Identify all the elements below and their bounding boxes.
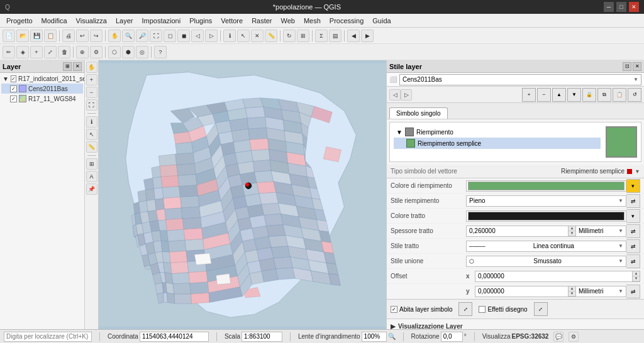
edit-btn[interactable]: ✏ <box>3 46 15 58</box>
offset-unit[interactable]: Millimetri ▼ <box>576 286 626 297</box>
vtb-zoom-in[interactable]: + <box>86 74 97 85</box>
layer-combo-box[interactable]: Cens2011Bas ▼ <box>399 74 641 85</box>
sym-add-btn[interactable]: + <box>522 88 536 102</box>
sym-down-btn[interactable]: ▼ <box>567 88 581 102</box>
snap-btn[interactable]: ⊕ <box>76 46 89 58</box>
style-ctrl-float[interactable]: ⊡ <box>623 62 631 71</box>
spin-up[interactable]: ▲ <box>569 226 575 231</box>
close-button[interactable]: ✕ <box>629 2 639 12</box>
join-style-addon[interactable]: ⇌ <box>626 254 640 268</box>
locator-input[interactable] <box>4 332 92 342</box>
viz-header[interactable]: ▶ Visualizzazione Layer <box>391 322 640 329</box>
stroke-width-addon[interactable]: ⇌ <box>626 224 640 238</box>
layer-ctrl-1[interactable]: ⊞ <box>63 62 72 71</box>
offset-y-spin[interactable]: ▲ ▼ <box>569 286 576 297</box>
vtb-select[interactable]: ↖ <box>86 129 97 140</box>
menu-modifica[interactable]: Modifica <box>38 16 71 26</box>
menu-plugins[interactable]: Plugins <box>186 16 216 26</box>
stroke-color-value[interactable] <box>466 210 626 222</box>
menu-raster[interactable]: Raster <box>248 16 275 26</box>
plugin2-btn[interactable]: ⬢ <box>122 46 135 58</box>
coordinate-input[interactable] <box>140 332 209 342</box>
offset-x-spin-up[interactable]: ▲ <box>633 271 640 276</box>
style-forward-btn[interactable]: ▷ <box>401 89 412 101</box>
stroke-color-picker-btn[interactable]: ▾ <box>626 209 640 223</box>
menu-mesh[interactable]: Mesh <box>300 16 325 26</box>
attr-table-btn[interactable]: ▤ <box>329 30 341 42</box>
tab-simbolo-singolo[interactable]: Simbolo singolo <box>389 107 448 119</box>
rotation-input[interactable] <box>441 332 463 342</box>
identify-btn[interactable]: ℹ <box>223 30 236 42</box>
check-abita-layer[interactable]: ✓ Abita layer simbolo <box>391 306 452 313</box>
layer-group-item[interactable]: ▼ ✓ R17_indicatori_2011_sezi <box>1 74 83 84</box>
redo-btn[interactable]: ↪ <box>90 30 103 42</box>
arrow-right-btn[interactable]: ▶ <box>361 30 374 42</box>
menu-visualizza[interactable]: Visualizza <box>72 16 111 26</box>
zoom-full-btn[interactable]: ⛶ <box>150 30 162 42</box>
check-abita-box[interactable]: ✓ <box>391 306 397 313</box>
symbol-tree-root[interactable]: ▼ Riempimento <box>394 126 601 138</box>
new-btn[interactable]: 📄 <box>3 30 15 42</box>
layer-item-r17[interactable]: ✓ R17_11_WGS84 <box>1 94 83 104</box>
node-btn[interactable]: ◈ <box>16 46 29 58</box>
offset-y-spin-down[interactable]: ▼ <box>569 291 575 297</box>
check-effetti[interactable]: ✓ Effetti disegno <box>479 306 527 313</box>
offset-x-input[interactable]: 0,000000 <box>475 271 633 282</box>
menu-processing[interactable]: Processing <box>326 16 367 26</box>
save-as-btn[interactable]: 📋 <box>44 30 57 42</box>
menu-web[interactable]: Web <box>277 16 299 26</box>
vtb-measure[interactable]: 📏 <box>86 141 97 153</box>
fill-style-addon[interactable]: ⇌ <box>626 194 640 208</box>
zoom-sel-btn[interactable]: ◼ <box>177 30 190 42</box>
fill-color-value[interactable] <box>466 180 626 192</box>
sym-lock-btn[interactable]: 🔒 <box>582 88 596 102</box>
vtb-layers[interactable]: ⊞ <box>86 158 97 170</box>
layer-ctrl-2[interactable]: ✕ <box>73 62 82 71</box>
sym-copy-btn[interactable]: ⧉ <box>597 88 611 102</box>
menu-guida[interactable]: Guida <box>369 16 394 26</box>
dig-btn[interactable]: ⚙ <box>90 46 103 58</box>
next-extent-btn[interactable]: ▷ <box>205 30 218 42</box>
pan-btn[interactable]: ✋ <box>108 30 121 42</box>
style-ctrl-close[interactable]: ✕ <box>633 62 641 71</box>
minimize-button[interactable]: ─ <box>604 2 614 12</box>
tile-btn[interactable]: ⊞ <box>297 30 309 42</box>
sym-paste-btn[interactable]: 📋 <box>613 88 626 102</box>
offset-x-spin-down[interactable]: ▼ <box>633 276 640 281</box>
map-canvas[interactable]: ✋ + − ⛶ ℹ ↖ 📏 ⊞ A 📌 <box>85 60 386 329</box>
check-abita-btn[interactable]: ⤢ <box>458 302 472 316</box>
sym-del-btn[interactable]: − <box>537 88 551 102</box>
scale-input[interactable] <box>242 332 282 342</box>
undo-btn[interactable]: ↩ <box>76 30 89 42</box>
fill-color-picker-btn[interactable]: ▾ <box>626 179 640 193</box>
menu-vettore[interactable]: Vettore <box>217 16 247 26</box>
zoom-input[interactable] <box>362 332 387 342</box>
stroke-color-swatch[interactable] <box>468 212 625 220</box>
deselect-btn[interactable]: ✕ <box>251 30 264 42</box>
vtb-pan[interactable]: ✋ <box>86 62 97 73</box>
delete-btn[interactable]: 🗑 <box>58 46 70 58</box>
check-effetti-btn[interactable]: ⤢ <box>534 302 548 316</box>
layer-checkbox-cens2011[interactable]: ✓ <box>10 85 17 92</box>
zoom-layer-btn[interactable]: ◻ <box>164 30 176 42</box>
layer-checkbox-r17[interactable]: ✓ <box>10 95 17 102</box>
map-tips-btn[interactable]: 💬 <box>553 332 564 342</box>
save-btn[interactable]: 💾 <box>30 30 43 42</box>
menu-progetto[interactable]: Progetto <box>3 16 36 26</box>
vtb-zoom-full[interactable]: ⛶ <box>86 99 97 111</box>
stroke-width-unit[interactable]: Millimetri ▼ <box>576 226 626 237</box>
fill-color-swatch[interactable] <box>468 182 625 190</box>
spin-down[interactable]: ▼ <box>569 231 575 236</box>
help-btn[interactable]: ? <box>154 46 167 58</box>
sym-reset-btn[interactable]: ↺ <box>628 88 641 102</box>
stroke-width-input[interactable]: 0,260000 <box>466 226 569 237</box>
select-btn[interactable]: ↖ <box>237 30 250 42</box>
offset-y-spin-up[interactable]: ▲ <box>569 286 575 291</box>
offset-addon[interactable]: ⇌ <box>626 285 640 298</box>
measure-btn[interactable]: 📏 <box>265 30 277 42</box>
stroke-style-addon[interactable]: ⇌ <box>626 239 640 253</box>
refresh-btn[interactable]: ↻ <box>283 30 296 42</box>
offset-x-spin[interactable]: ▲ ▼ <box>633 271 640 282</box>
layer-item-cens2011[interactable]: ✓ Cens2011Bas <box>1 84 83 94</box>
print-btn[interactable]: 🖨 <box>62 30 75 42</box>
